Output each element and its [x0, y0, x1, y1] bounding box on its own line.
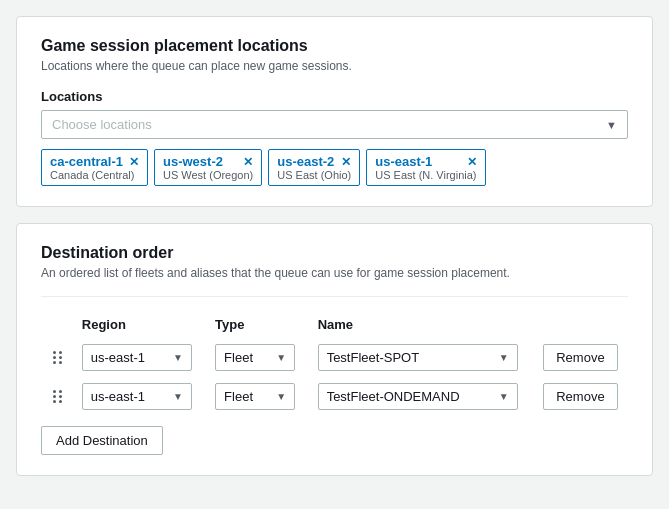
type-value: Fleet — [224, 350, 253, 365]
locations-dropdown[interactable]: Choose locations ▼ — [41, 110, 628, 139]
drag-dots-row — [53, 400, 62, 403]
chevron-down-icon: ▼ — [173, 391, 183, 402]
tag-name-text: ca-central-1 — [50, 154, 123, 169]
location-tag: us-east-2 ✕ US East (Ohio) — [268, 149, 360, 186]
drag-dot — [59, 351, 62, 354]
tag-name-row: us-west-2 ✕ — [163, 154, 253, 169]
drag-dot — [53, 395, 56, 398]
drag-handle[interactable] — [49, 390, 65, 403]
drag-dots-row — [53, 390, 62, 393]
type-cell: Fleet ▼ — [207, 338, 310, 377]
tag-close-icon[interactable]: ✕ — [243, 155, 253, 169]
tag-close-icon[interactable]: ✕ — [129, 155, 139, 169]
name-cell: TestFleet-ONDEMAND ▼ — [310, 377, 536, 416]
name-value: TestFleet-ONDEMAND — [327, 389, 460, 404]
tag-close-icon[interactable]: ✕ — [341, 155, 351, 169]
chevron-down-icon: ▼ — [606, 119, 617, 131]
destination-table: Region Type Name — [41, 311, 628, 416]
drag-dot — [53, 400, 56, 403]
chevron-down-icon: ▼ — [173, 352, 183, 363]
locations-label: Locations — [41, 89, 628, 104]
drag-dot — [59, 390, 62, 393]
type-select[interactable]: Fleet ▼ — [215, 344, 295, 371]
drag-dots-row — [53, 356, 62, 359]
game-session-placement-panel: Game session placement locations Locatio… — [16, 16, 653, 207]
col-header-drag — [41, 311, 74, 338]
add-destination-button[interactable]: Add Destination — [41, 426, 163, 455]
type-select[interactable]: Fleet ▼ — [215, 383, 295, 410]
drag-dot — [53, 356, 56, 359]
drag-dot — [59, 361, 62, 364]
name-select[interactable]: TestFleet-SPOT ▼ — [318, 344, 518, 371]
tag-region-text: US West (Oregon) — [163, 169, 253, 181]
tag-name-text: us-east-1 — [375, 154, 432, 169]
remove-button[interactable]: Remove — [543, 383, 617, 410]
destination-order-panel: Destination order An ordered list of fle… — [16, 223, 653, 476]
tag-region-text: US East (N. Virginia) — [375, 169, 476, 181]
name-select[interactable]: TestFleet-ONDEMAND ▼ — [318, 383, 518, 410]
drag-dots-row — [53, 361, 62, 364]
col-header-region: Region — [74, 311, 207, 338]
chevron-down-icon: ▼ — [276, 352, 286, 363]
tag-region-text: Canada (Central) — [50, 169, 139, 181]
region-cell: us-east-1 ▼ — [74, 338, 207, 377]
drag-handle-cell[interactable] — [41, 377, 74, 416]
drag-dots-row — [53, 351, 62, 354]
remove-button[interactable]: Remove — [543, 344, 617, 371]
drag-dot — [53, 361, 56, 364]
tag-name-row: us-east-2 ✕ — [277, 154, 351, 169]
type-cell: Fleet ▼ — [207, 377, 310, 416]
location-tag: ca-central-1 ✕ Canada (Central) — [41, 149, 148, 186]
region-value: us-east-1 — [91, 389, 145, 404]
tag-name-row: ca-central-1 ✕ — [50, 154, 139, 169]
location-tag: us-east-1 ✕ US East (N. Virginia) — [366, 149, 485, 186]
location-tag: us-west-2 ✕ US West (Oregon) — [154, 149, 262, 186]
tag-name-row: us-east-1 ✕ — [375, 154, 476, 169]
destination-order-title: Destination order — [41, 244, 628, 262]
panel-title: Game session placement locations — [41, 37, 628, 55]
region-cell: us-east-1 ▼ — [74, 377, 207, 416]
drag-handle[interactable] — [49, 351, 65, 364]
col-header-type: Type — [207, 311, 310, 338]
locations-placeholder: Choose locations — [52, 117, 152, 132]
col-header-name: Name — [310, 311, 536, 338]
drag-dot — [53, 351, 56, 354]
drag-dots-row — [53, 395, 62, 398]
region-select[interactable]: us-east-1 ▼ — [82, 383, 192, 410]
chevron-down-icon: ▼ — [276, 391, 286, 402]
drag-dot — [59, 400, 62, 403]
tag-close-icon[interactable]: ✕ — [467, 155, 477, 169]
tag-name-text: us-west-2 — [163, 154, 223, 169]
table-row: us-east-1 ▼ Fleet ▼ TestFleet-ONDEMAND ▼… — [41, 377, 628, 416]
action-cell: Remove — [535, 338, 628, 377]
drag-dot — [59, 395, 62, 398]
col-header-action — [535, 311, 628, 338]
chevron-down-icon: ▼ — [499, 352, 509, 363]
region-select[interactable]: us-east-1 ▼ — [82, 344, 192, 371]
tag-name-text: us-east-2 — [277, 154, 334, 169]
panel-description: Locations where the queue can place new … — [41, 59, 628, 73]
type-value: Fleet — [224, 389, 253, 404]
action-cell: Remove — [535, 377, 628, 416]
tag-region-text: US East (Ohio) — [277, 169, 351, 181]
chevron-down-icon: ▼ — [499, 391, 509, 402]
location-tags: ca-central-1 ✕ Canada (Central) us-west-… — [41, 149, 628, 186]
drag-handle-cell[interactable] — [41, 338, 74, 377]
name-cell: TestFleet-SPOT ▼ — [310, 338, 536, 377]
table-row: us-east-1 ▼ Fleet ▼ TestFleet-SPOT ▼ Rem… — [41, 338, 628, 377]
destination-order-description: An ordered list of fleets and aliases th… — [41, 266, 628, 280]
drag-dot — [59, 356, 62, 359]
drag-dot — [53, 390, 56, 393]
region-value: us-east-1 — [91, 350, 145, 365]
name-value: TestFleet-SPOT — [327, 350, 419, 365]
